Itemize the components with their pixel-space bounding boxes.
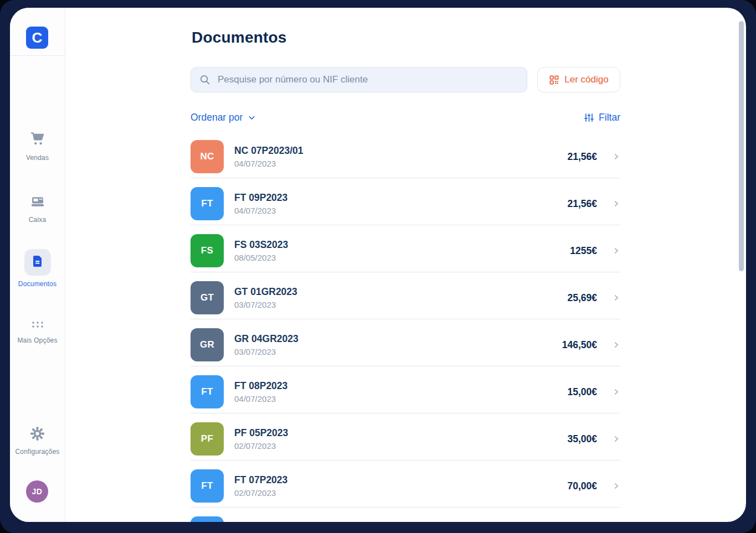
document-info: FT 07P202302/07/2023 bbox=[234, 474, 287, 498]
document-type-badge: FS bbox=[191, 234, 224, 267]
document-row[interactable]: GTGT 01GR202303/07/202325,69€ bbox=[191, 281, 620, 319]
document-date: 03/07/2023 bbox=[234, 300, 297, 309]
chevron-right-icon bbox=[613, 247, 620, 255]
chevron-right-icon bbox=[613, 153, 620, 161]
search-icon bbox=[199, 74, 211, 86]
gear-icon bbox=[30, 426, 45, 443]
document-amount: 21,56€ bbox=[567, 151, 597, 163]
chevron-right-icon bbox=[613, 435, 620, 443]
document-type-badge: FT bbox=[191, 187, 224, 220]
app-logo[interactable]: C bbox=[26, 27, 48, 49]
search-box[interactable] bbox=[191, 67, 527, 92]
sidebar-item-caixa[interactable]: Caixa bbox=[10, 193, 65, 224]
document-info: FT 08P202304/07/2023 bbox=[234, 380, 287, 403]
document-amount: 1255€ bbox=[570, 245, 597, 257]
app-window: C Vendas Caixa bbox=[10, 8, 746, 522]
scan-code-label: Ler código bbox=[564, 74, 608, 85]
document-row[interactable]: PFPF 05P202302/07/202335,00€ bbox=[191, 422, 620, 460]
chevron-right-icon bbox=[613, 388, 620, 396]
document-list: NCNC 07P2023/0104/07/202321,56€FTFT 09P2… bbox=[191, 140, 620, 522]
document-title: FT 09P2023 bbox=[234, 192, 287, 204]
document-row[interactable]: FTFT 06P2023 bbox=[191, 516, 620, 522]
document-date: 04/07/2023 bbox=[234, 394, 287, 403]
filter-label: Filtar bbox=[599, 112, 620, 123]
document-amount: 35,00€ bbox=[567, 433, 597, 445]
document-date: 04/07/2023 bbox=[234, 206, 287, 215]
document-type-badge: NC bbox=[191, 140, 224, 173]
document-date: 08/05/2023 bbox=[234, 253, 288, 262]
document-title: PF 05P2023 bbox=[234, 427, 288, 439]
cash-register-icon bbox=[29, 193, 46, 211]
sort-by-label: Ordenar por bbox=[191, 112, 243, 123]
more-dots-icon bbox=[30, 320, 45, 332]
document-row[interactable]: FSFS 03S202308/05/20231255€ bbox=[191, 234, 620, 272]
document-row[interactable]: FTFT 07P202302/07/202370,00€ bbox=[191, 469, 620, 508]
document-title: NC 07P2023/01 bbox=[234, 145, 304, 157]
sidebar-item-label: Documentos bbox=[18, 280, 56, 288]
sidebar-item-vendas[interactable]: Vendas bbox=[10, 131, 65, 162]
filter-sliders-icon bbox=[584, 112, 594, 123]
document-info: GR 04GR202303/07/2023 bbox=[234, 333, 299, 356]
sort-by-dropdown[interactable]: Ordenar por bbox=[191, 112, 256, 123]
document-type-badge: GR bbox=[191, 328, 224, 361]
document-title: GR 04GR2023 bbox=[234, 333, 299, 345]
document-icon bbox=[31, 255, 44, 270]
document-title: FT 08P2023 bbox=[234, 380, 287, 392]
document-amount: 70,00€ bbox=[567, 480, 597, 492]
document-amount: 21,56€ bbox=[567, 198, 597, 210]
document-title: GT 01GR2023 bbox=[234, 286, 297, 298]
chevron-right-icon bbox=[613, 294, 620, 302]
search-row: Ler código bbox=[191, 67, 620, 92]
filter-button[interactable]: Filtar bbox=[584, 112, 620, 123]
document-type-badge: FT bbox=[191, 375, 224, 408]
document-info: FS 03S202308/05/2023 bbox=[234, 239, 288, 262]
document-row[interactable]: FTFT 09P202304/07/202321,56€ bbox=[191, 187, 620, 225]
document-type-badge: GT bbox=[191, 281, 224, 314]
document-date: 03/07/2023 bbox=[234, 347, 299, 356]
document-row[interactable]: FTFT 08P202304/07/202315,00€ bbox=[191, 375, 620, 413]
toolbar-row: Ordenar por bbox=[191, 112, 620, 123]
chevron-down-icon bbox=[247, 113, 256, 122]
sidebar-item-label: Caixa bbox=[29, 216, 47, 224]
document-title: FT 07P2023 bbox=[234, 474, 287, 486]
document-date: 02/07/2023 bbox=[234, 441, 288, 451]
chevron-right-icon bbox=[613, 200, 620, 208]
document-row[interactable]: NCNC 07P2023/0104/07/202321,56€ bbox=[191, 140, 620, 178]
main-content: Documentos bbox=[191, 8, 620, 522]
sidebar-divider bbox=[10, 55, 65, 56]
document-row[interactable]: GRGR 04GR202303/07/2023146,50€ bbox=[191, 328, 620, 366]
document-info: NC 07P2023/0104/07/2023 bbox=[234, 145, 304, 168]
document-type-badge: PF bbox=[191, 422, 224, 456]
active-item-highlight bbox=[24, 249, 51, 276]
document-info: GT 01GR202303/07/2023 bbox=[234, 286, 297, 309]
cart-icon bbox=[29, 131, 46, 149]
user-avatar[interactable]: JD bbox=[26, 480, 48, 503]
document-type-badge: FT bbox=[191, 516, 224, 522]
document-info: FT 09P202304/07/2023 bbox=[234, 192, 287, 215]
sidebar-item-documentos[interactable]: Documentos bbox=[10, 249, 65, 288]
sidebar-item-label: Configurações bbox=[16, 448, 60, 456]
document-title: FS 03S2023 bbox=[234, 239, 288, 251]
screen: { "app": { "logo_letter": "C" }, "sideba… bbox=[0, 0, 756, 533]
chevron-right-icon bbox=[613, 341, 620, 349]
search-input[interactable] bbox=[217, 74, 519, 86]
page-title: Documentos bbox=[192, 29, 287, 46]
document-date: 02/07/2023 bbox=[234, 488, 287, 498]
sidebar-item-label: Vendas bbox=[26, 154, 49, 162]
sidebar-item-mais-opcoes[interactable]: Mais Opções bbox=[10, 320, 65, 344]
scrollbar-thumb[interactable] bbox=[739, 21, 744, 271]
document-amount: 146,50€ bbox=[562, 339, 597, 351]
document-amount: 15,00€ bbox=[567, 386, 597, 398]
sidebar-item-label: Mais Opções bbox=[17, 337, 57, 344]
document-info: PF 05P202302/07/2023 bbox=[234, 427, 288, 451]
document-date: 04/07/2023 bbox=[234, 159, 304, 168]
document-type-badge: FT bbox=[191, 469, 224, 503]
qr-code-icon bbox=[549, 75, 559, 85]
chevron-right-icon bbox=[613, 482, 620, 490]
sidebar-item-configuracoes[interactable]: Configurações bbox=[10, 426, 65, 456]
document-amount: 25,69€ bbox=[567, 292, 597, 304]
scan-code-button[interactable]: Ler código bbox=[537, 67, 620, 92]
sidebar: C Vendas Caixa bbox=[10, 8, 65, 522]
